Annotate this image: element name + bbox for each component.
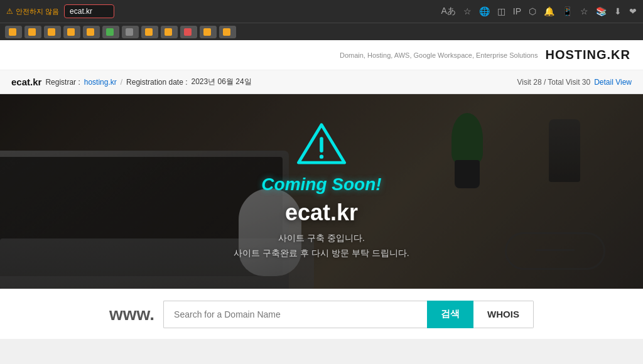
header-logo[interactable]: HOSTING.KR [545,48,630,62]
bookmark-5[interactable] [83,26,100,38]
bookmark-3[interactable] [44,26,61,38]
address-bar[interactable]: ecat.kr [64,4,114,18]
visit-count: Visit 28 / Total Visit 30 [517,78,590,87]
registrar-label: Registrar : [45,78,80,87]
svg-point-2 [320,155,323,159]
reg-date-label: Registration date : [126,78,187,87]
bookmark-bar [0,23,643,40]
domain-search-input[interactable] [163,301,427,328]
bookmark-8[interactable] [141,26,158,38]
bookmark-icon[interactable]: ☆ [463,6,472,16]
bookmark-11[interactable] [200,26,217,38]
star-icon[interactable]: ☆ [580,6,588,16]
separator-1: / [121,78,122,87]
bookmark-10[interactable] [180,26,197,38]
bookmark-4[interactable] [63,26,80,38]
search-button[interactable]: 검색 [427,301,473,328]
warning-text: 안전하지 않음 [16,7,59,16]
domain-info-right: Visit 28 / Total Visit 30 Detail View [517,78,632,87]
reg-date: 2023년 06월 24일 [192,77,252,87]
bookmark-9[interactable] [161,26,178,38]
browser-chrome: ⚠ 안전하지 않음 ecat.kr Aあ ☆ 🌐 ◫ IP ⬡ 🔔 📱 ☆ 📚 … [0,0,643,23]
hero-section: Coming Soon! ecat.kr 사이트 구축 중입니다. 사이트 구축… [0,94,643,289]
search-section: www. 검색 WHOIS [0,289,643,339]
bookmark-2[interactable] [24,26,41,38]
domain-name: ecat.kr [11,77,41,87]
library-icon[interactable]: 📚 [596,6,607,16]
detail-view-link[interactable]: Detail View [594,78,632,87]
www-label: www. [109,304,154,324]
extension-icon[interactable]: ⬡ [529,6,536,16]
registrar-link[interactable]: hosting.kr [84,78,117,87]
emoji-icon[interactable]: 🌐 [479,6,490,16]
building-line2: 사이트 구축완료 후 다시 방문 부탁 드립니다. [234,246,409,261]
domain-info-left: ecat.kr Registrar : hosting.kr / Registr… [11,77,252,87]
translate-icon[interactable]: Aあ [441,6,455,17]
site-header: Domain, Hosting, AWS, Google Workspace, … [0,40,643,70]
domain-info-bar: ecat.kr Registrar : hosting.kr / Registr… [0,70,643,94]
building-line1: 사이트 구축 중입니다. [234,231,409,246]
download-icon[interactable]: ⬇ [614,6,622,16]
heart-icon[interactable]: ❤ [629,6,637,16]
bookmark-7[interactable] [122,26,139,38]
browser-toolbar: Aあ ☆ 🌐 ◫ IP ⬡ 🔔 📱 ☆ 📚 ⬇ ❤ [441,6,637,17]
building-message: 사이트 구축 중입니다. 사이트 구축완료 후 다시 방문 부탁 드립니다. [234,231,409,261]
header-tagline: Domain, Hosting, AWS, Google Workspace, … [340,51,538,59]
hero-domain-text: ecat.kr [285,200,358,226]
bookmark-6[interactable] [102,26,119,38]
bookmark-12[interactable] [219,26,236,38]
bookmark-1[interactable] [5,26,22,38]
warning-triangle-icon [296,122,347,166]
ip-icon[interactable]: IP [513,6,521,16]
coming-soon-text: Coming Soon! [261,174,381,195]
whois-button[interactable]: WHOIS [473,301,534,328]
screenshot-icon[interactable]: ◫ [497,6,505,16]
phone-icon[interactable]: 📱 [562,6,573,16]
timer-icon[interactable]: 🔔 [544,6,554,16]
security-warning: ⚠ 안전하지 않음 [6,7,59,16]
warning-icon: ⚠ [6,7,13,16]
hero-content: Coming Soon! ecat.kr 사이트 구축 중입니다. 사이트 구축… [0,94,643,289]
